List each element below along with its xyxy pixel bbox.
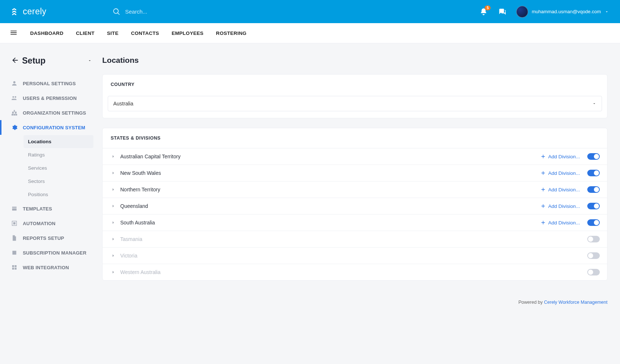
arrow-left-icon (11, 56, 19, 64)
state-toggle[interactable] (587, 269, 600, 275)
expand-toggle[interactable] (110, 186, 117, 193)
nav-employees[interactable]: EMPLOYEES (172, 30, 204, 36)
nav-rostering[interactable]: ROSTERING (216, 30, 246, 36)
add-division-button[interactable]: Add Division... (540, 203, 580, 209)
search-icon (113, 8, 121, 16)
subnav-ratings[interactable]: Ratings (24, 148, 93, 161)
state-row: QueenslandAdd Division... (103, 198, 607, 214)
expand-toggle[interactable] (110, 219, 117, 226)
state-toggle[interactable] (587, 236, 600, 242)
state-row: Australian Capital TerritoryAdd Division… (103, 148, 607, 165)
add-division-label: Add Division... (548, 220, 580, 226)
notifications-badge: 5 (485, 6, 491, 10)
document-icon (11, 235, 18, 241)
nav-dashboard[interactable]: DASHBOARD (30, 30, 63, 36)
plus-icon (540, 170, 546, 176)
state-toggle[interactable] (587, 203, 600, 209)
menu-icon (10, 29, 18, 37)
chevron-right-icon (111, 203, 116, 209)
sidebar-item-configuration-system[interactable]: CONFIGURATION SYSTEM (0, 120, 99, 135)
caret-down-icon (88, 58, 92, 63)
brand-logo[interactable]: cerely (11, 7, 46, 17)
sidebar-item-subscription-manager[interactable]: SUBSCRIPTION MANAGER (0, 245, 99, 260)
state-row: New South WalesAdd Division... (103, 165, 607, 181)
sidebar-item-label: TEMPLATES (23, 206, 52, 212)
state-name: Western Australia (120, 269, 160, 275)
expand-toggle[interactable] (110, 252, 117, 259)
nav-menu-toggle[interactable] (10, 29, 18, 38)
subnav-services[interactable]: Services (24, 162, 93, 174)
country-select[interactable]: Australia (108, 96, 602, 111)
subnav-locations[interactable]: Locations (24, 135, 93, 148)
sidebar-item-reports-setup[interactable]: REPORTS SETUP (0, 231, 99, 245)
state-toggle[interactable] (587, 186, 600, 193)
add-division-button[interactable]: Add Division... (540, 154, 580, 159)
state-row: Victoria (103, 247, 607, 264)
state-toggle[interactable] (587, 170, 600, 176)
sidebar-item-automation[interactable]: AUTOMATION (0, 216, 99, 231)
search-input[interactable] (125, 8, 235, 15)
expand-toggle[interactable] (110, 153, 117, 160)
add-division-button[interactable]: Add Division... (540, 220, 580, 226)
sidebar-item-personal-settings[interactable]: PERSONAL SETTINGS (0, 76, 99, 91)
plus-icon (540, 154, 546, 159)
sidebar-item-web-integration[interactable]: WEB INTEGRATION (0, 260, 99, 275)
footer-link[interactable]: Cerely Workforce Management (544, 300, 607, 305)
sidebar-item-label: WEB INTEGRATION (23, 265, 69, 270)
expand-toggle[interactable] (110, 170, 117, 176)
state-row: Northern TerritoryAdd Division... (103, 181, 607, 198)
add-division-button[interactable]: Add Division... (540, 187, 580, 192)
state-name: Northern Territory (120, 187, 160, 192)
brand-mark-icon (11, 7, 21, 17)
chevron-right-icon (111, 154, 116, 159)
state-name: Tasmania (120, 236, 142, 242)
nav-site[interactable]: SITE (107, 30, 118, 36)
gear-icon (11, 124, 18, 131)
add-division-button[interactable]: Add Division... (540, 170, 580, 176)
add-division-label: Add Division... (548, 203, 580, 209)
plus-icon (540, 203, 546, 209)
chevron-right-icon (111, 220, 116, 225)
users-icon (11, 95, 18, 101)
country-select-value: Australia (113, 101, 133, 107)
state-toggle[interactable] (587, 219, 600, 226)
states-label: STATES & DIVISIONS (103, 128, 607, 148)
add-division-label: Add Division... (548, 187, 580, 192)
chevron-down-icon (592, 101, 596, 106)
card-icon (11, 205, 18, 212)
state-row: Western Australia (103, 264, 607, 280)
sidebar-item-organization-settings[interactable]: ORGANIZATION SETTINGS (0, 105, 99, 120)
state-row: Tasmania (103, 231, 607, 247)
subnav-positions[interactable]: Positions (24, 188, 93, 201)
brand-name: cerely (23, 7, 46, 17)
topbar: cerely 5 muhammad.usman@vqode.com (0, 0, 620, 23)
expand-toggle[interactable] (110, 269, 117, 275)
add-division-label: Add Division... (548, 154, 580, 159)
back-button[interactable] (11, 56, 19, 65)
setup-switcher[interactable] (88, 58, 92, 64)
sidebar-item-label: CONFIGURATION SYSTEM (23, 125, 85, 130)
notifications-button[interactable]: 5 (480, 8, 488, 16)
country-label: COUNTRY (103, 75, 607, 94)
sidebar-item-label: ORGANIZATION SETTINGS (23, 110, 86, 116)
page-title: Locations (102, 56, 607, 65)
subnav-sectors[interactable]: Sectors (24, 175, 93, 188)
chevron-right-icon (111, 253, 116, 258)
state-toggle[interactable] (587, 252, 600, 259)
expand-toggle[interactable] (110, 236, 117, 242)
footer-prefix: Powered by (519, 300, 544, 305)
country-panel: COUNTRY Australia (102, 74, 607, 118)
state-toggle[interactable] (587, 153, 600, 160)
sidebar-item-users-permission[interactable]: USERS & PERMISSION (0, 91, 99, 105)
user-email: muhammad.usman@vqode.com (532, 9, 601, 14)
global-search[interactable] (113, 8, 235, 16)
user-menu[interactable]: muhammad.usman@vqode.com (516, 6, 609, 18)
chevron-right-icon (111, 170, 116, 176)
nav-contacts[interactable]: CONTACTS (131, 30, 159, 36)
expand-toggle[interactable] (110, 203, 117, 209)
nav-client[interactable]: CLIENT (76, 30, 95, 36)
sidebar-item-label: SUBSCRIPTION MANAGER (23, 250, 86, 256)
sidebar-item-templates[interactable]: TEMPLATES (0, 201, 99, 216)
state-name: New South Wales (120, 170, 161, 176)
messages-button[interactable] (498, 8, 506, 16)
